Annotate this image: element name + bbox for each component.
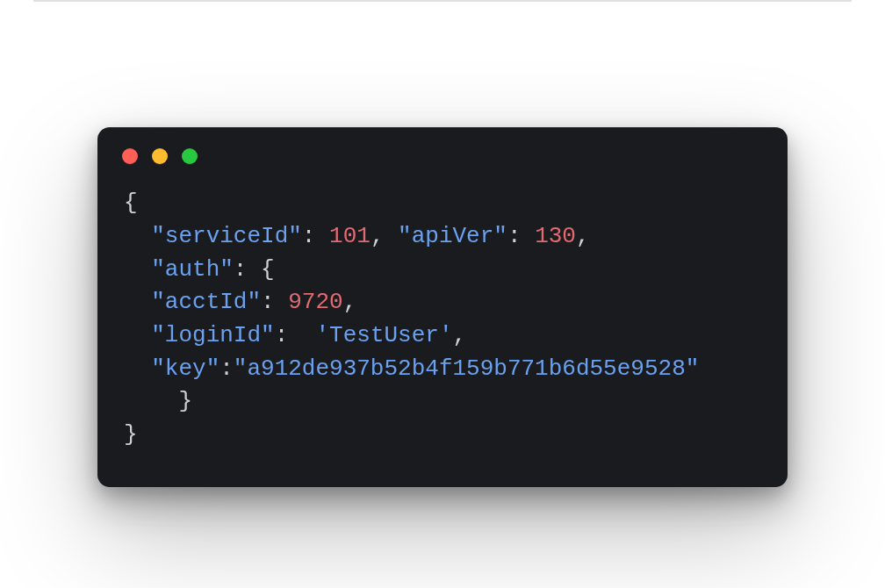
json-string: 'TestUser' [315, 322, 452, 348]
window-minimize-dot[interactable] [152, 148, 168, 164]
json-key: "key" [151, 355, 219, 382]
json-number: 101 [329, 223, 371, 249]
json-number: 9720 [288, 289, 342, 315]
colon: : [275, 322, 316, 348]
brace-close: } [178, 388, 192, 414]
colon: : [234, 256, 261, 283]
comma: , [343, 289, 357, 315]
indent [124, 322, 151, 348]
indent [124, 355, 151, 382]
brace-open: { [261, 256, 275, 283]
indent [124, 256, 151, 283]
comma: , [371, 223, 398, 249]
json-key: "serviceId" [151, 223, 302, 249]
json-key: "acctId" [151, 289, 261, 315]
colon: : [507, 223, 535, 249]
window-close-dot[interactable] [122, 148, 138, 164]
comma: , [453, 322, 467, 348]
json-number: 130 [535, 223, 576, 249]
comma: , [576, 223, 590, 249]
brace-open: { [124, 190, 138, 216]
json-key: "auth" [151, 256, 234, 283]
indent [124, 223, 151, 249]
colon: : [261, 289, 288, 315]
window-titlebar [97, 127, 788, 169]
window-zoom-dot[interactable] [182, 148, 198, 164]
json-string: "a912de937b52b4f159b771b6d55e9528" [234, 355, 700, 382]
json-key: "apiVer" [398, 223, 507, 249]
code-window: { "serviceId": 101, "apiVer": 130, "auth… [97, 127, 788, 487]
top-divider [33, 0, 852, 2]
json-key: "loginId" [151, 322, 274, 348]
indent [124, 388, 178, 414]
code-block: { "serviceId": 101, "apiVer": 130, "auth… [97, 169, 788, 487]
colon: : [219, 355, 234, 382]
colon: : [302, 223, 329, 249]
indent [124, 289, 151, 315]
brace-close: } [124, 421, 138, 448]
